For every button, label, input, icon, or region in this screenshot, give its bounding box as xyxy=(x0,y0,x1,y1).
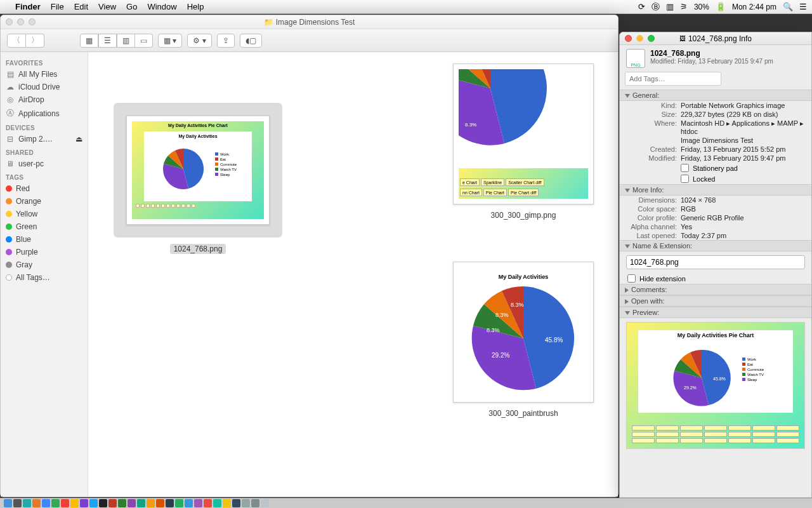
stationery-checkbox[interactable] xyxy=(681,164,689,172)
action-button[interactable]: ⚙ ▾ xyxy=(187,34,211,48)
menubar-clock[interactable]: Mon 2:44 pm xyxy=(732,3,776,11)
sidebar-tag-red[interactable]: Red xyxy=(1,182,88,195)
tag-dot-icon xyxy=(6,211,12,217)
sidebar-item-airdrop[interactable]: ◎AirDrop xyxy=(1,93,88,106)
dock-app-icon[interactable] xyxy=(70,499,79,507)
app-menu[interactable]: Finder xyxy=(15,2,41,11)
sidebar-item-icloud[interactable]: ☁iCloud Drive xyxy=(1,81,88,93)
dock-app-icon[interactable] xyxy=(242,499,250,507)
menu-window[interactable]: Window xyxy=(147,2,176,11)
arrange-button[interactable]: ▦ ▾ xyxy=(158,34,182,48)
dock-app-icon[interactable] xyxy=(204,499,212,507)
sidebar-item-all-my-files[interactable]: ▤All My Files xyxy=(1,68,88,81)
dock-app-icon[interactable] xyxy=(13,499,22,507)
dock-app-icon[interactable] xyxy=(213,499,221,507)
zoom-icon[interactable] xyxy=(648,35,655,42)
dock-app-icon[interactable] xyxy=(118,499,126,507)
section-label: Comments: xyxy=(631,286,667,293)
sidebar-item-applications[interactable]: ⒶApplications xyxy=(1,106,88,121)
dock-app-icon[interactable] xyxy=(51,499,60,507)
view-column-button[interactable]: ▥ xyxy=(117,34,135,48)
dock-app-icon[interactable] xyxy=(137,499,145,507)
locked-checkbox[interactable] xyxy=(681,175,689,183)
menu-file[interactable]: File xyxy=(51,2,64,11)
section-more-info[interactable]: More Info: xyxy=(620,184,811,196)
sidebar-all-tags[interactable]: All Tags… xyxy=(1,271,88,284)
finder-content[interactable]: My Daily Activities Pie Chart My Daily A… xyxy=(88,52,618,497)
sidebar-tag-yellow[interactable]: Yellow xyxy=(1,208,88,220)
dock-app-icon[interactable] xyxy=(261,499,269,507)
close-icon[interactable] xyxy=(6,18,13,25)
dock-app-icon[interactable] xyxy=(89,499,98,507)
file-thumb-300-gimp[interactable]: 45.8% 8.3% Google Chart … e ChartSparkli… xyxy=(453,64,594,220)
menu-view[interactable]: View xyxy=(98,2,116,11)
menu-help[interactable]: Help xyxy=(187,2,204,11)
tags-input[interactable] xyxy=(625,72,721,86)
dock-app-icon[interactable] xyxy=(61,499,69,507)
dock-app-icon[interactable] xyxy=(156,499,164,507)
view-icon-button[interactable]: ▦ xyxy=(80,34,98,48)
sidebar-item-user-pc[interactable]: 🖥user-pc xyxy=(1,157,88,170)
svg-rect-27 xyxy=(742,378,745,381)
file-name-label[interactable]: 1024_768.png xyxy=(170,244,226,254)
sidebar-tag-gray[interactable]: Gray xyxy=(1,258,88,271)
file-thumb-300-paintbrush[interactable]: My Daily Activities 45.8% 29.2% 8.3% xyxy=(453,262,594,418)
dock-app-icon[interactable] xyxy=(223,499,231,507)
section-preview[interactable]: Preview: xyxy=(620,307,811,318)
sidebar-item-gimp-disk[interactable]: ⊟Gimp 2.…⏏ xyxy=(1,133,88,145)
sidebar-tag-blue[interactable]: Blue xyxy=(1,233,88,246)
back-button[interactable]: 〈 xyxy=(7,34,26,48)
dock-app-icon[interactable] xyxy=(42,499,50,507)
dock[interactable] xyxy=(0,498,812,508)
file-thumb-1024-768[interactable]: My Daily Activities Pie Chart My Daily A… xyxy=(114,103,282,254)
forward-button[interactable]: 〉 xyxy=(26,34,44,48)
dock-app-icon[interactable] xyxy=(108,499,117,507)
file-name-label[interactable]: 300_300_paintbrush xyxy=(453,409,594,418)
sidebar-tag-purple[interactable]: Purple xyxy=(1,246,88,258)
dock-app-icon[interactable] xyxy=(185,499,193,507)
menu-go[interactable]: Go xyxy=(126,2,137,11)
tags-button[interactable]: ◖▢ xyxy=(240,34,262,48)
menu-edit[interactable]: Edit xyxy=(74,2,88,11)
file-name-label[interactable]: 300_300_gimp.png xyxy=(453,211,594,220)
dock-app-icon[interactable] xyxy=(232,499,240,507)
dock-app-icon[interactable] xyxy=(80,499,88,507)
zoom-icon[interactable] xyxy=(29,18,36,25)
dock-app-icon[interactable] xyxy=(175,499,183,507)
dock-app-icon[interactable] xyxy=(147,499,155,507)
share-button[interactable]: ⇪ xyxy=(217,34,235,48)
view-coverflow-button[interactable]: ▭ xyxy=(135,34,153,48)
sidebar-tag-orange[interactable]: Orange xyxy=(1,195,88,208)
dock-app-icon[interactable] xyxy=(32,499,41,507)
dock-app-icon[interactable] xyxy=(23,499,31,507)
eject-icon[interactable]: ⏏ xyxy=(75,135,82,144)
sync-icon[interactable]: ⟳ xyxy=(638,2,645,11)
name-extension-input[interactable] xyxy=(626,255,805,269)
finder-titlebar[interactable]: 📁 Image Dimensions Test xyxy=(1,15,618,29)
close-icon[interactable] xyxy=(625,35,632,42)
minimize-icon[interactable] xyxy=(17,18,24,25)
sidebar-tag-green[interactable]: Green xyxy=(1,220,88,233)
dock-app-icon[interactable] xyxy=(251,499,259,507)
dock-app-icon[interactable] xyxy=(194,499,202,507)
dock-app-icon[interactable] xyxy=(99,499,107,507)
hide-extension-checkbox[interactable] xyxy=(627,274,636,283)
dock-app-icon[interactable] xyxy=(166,499,174,507)
info-titlebar[interactable]: 🖼 1024_768.png Info xyxy=(620,32,811,45)
battery-icon[interactable]: 🔋 xyxy=(716,2,726,11)
section-general[interactable]: General: xyxy=(620,90,811,101)
section-comments[interactable]: Comments: xyxy=(620,284,811,295)
tag-dot-icon xyxy=(6,274,12,281)
minimize-icon[interactable] xyxy=(636,35,643,42)
dock-finder-icon[interactable] xyxy=(4,499,12,507)
section-name-ext[interactable]: Name & Extension: xyxy=(620,240,811,251)
wifi-icon[interactable]: ⚞ xyxy=(680,2,688,11)
dock-app-icon[interactable] xyxy=(128,499,136,507)
section-open-with[interactable]: Open with: xyxy=(620,295,811,307)
menu-extra-icon[interactable]: ▥ xyxy=(666,2,674,11)
spotlight-icon[interactable]: 🔍 xyxy=(783,2,793,11)
notification-center-icon[interactable]: ☰ xyxy=(799,2,807,11)
battery-percent[interactable]: 30% xyxy=(694,3,709,11)
circle-b-icon[interactable]: Ⓑ xyxy=(652,1,660,13)
view-list-button[interactable]: ☰ xyxy=(98,34,117,48)
